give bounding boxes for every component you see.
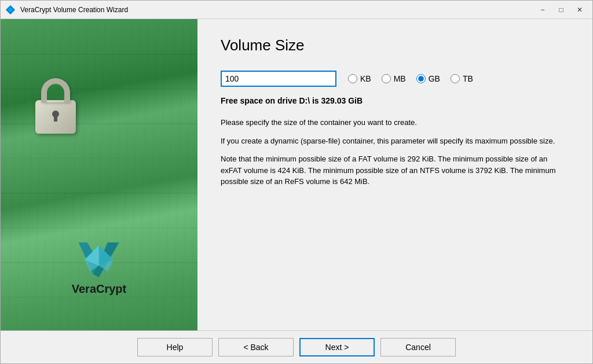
lock-keyhole [52, 111, 59, 117]
unit-kb-radio[interactable] [348, 74, 357, 83]
size-input[interactable] [221, 71, 336, 87]
help-button[interactable]: Help [137, 338, 213, 356]
cancel-button[interactable]: Cancel [380, 338, 456, 356]
close-button[interactable]: ✕ [572, 3, 588, 16]
vc-logo-icon [76, 240, 122, 280]
right-panel: Volume Size KB MB GB [197, 19, 592, 330]
lock-shackle [41, 78, 70, 102]
veracrypt-name: VeraCrypt [72, 282, 127, 295]
lock-body [35, 100, 76, 134]
unit-kb-label: KB [360, 74, 371, 83]
unit-radio-group: KB MB GB TB [348, 74, 473, 83]
description-2: If you create a dynamic (sparse-file) co… [221, 135, 569, 147]
unit-gb-label: GB [429, 74, 440, 83]
lock-image [35, 100, 76, 134]
app-icon [5, 5, 16, 15]
unit-tb-label: TB [463, 74, 473, 83]
page-title: Volume Size [221, 36, 569, 54]
unit-mb-label: MB [394, 74, 406, 83]
description-1: Please specify the size of the container… [221, 117, 569, 128]
unit-gb-radio[interactable] [416, 74, 426, 83]
size-input-row: KB MB GB TB [221, 71, 569, 87]
titlebar: VeraCrypt Volume Creation Wizard − □ ✕ [1, 1, 592, 19]
unit-tb-radio[interactable] [451, 74, 460, 83]
footer: Help < Back Next > Cancel [1, 330, 592, 363]
unit-kb-option[interactable]: KB [348, 74, 371, 83]
window-title: VeraCrypt Volume Creation Wizard [20, 6, 535, 14]
description-3: Note that the minimum possible size of a… [221, 153, 569, 187]
back-button[interactable]: < Back [218, 338, 294, 356]
unit-gb-option[interactable]: GB [416, 74, 440, 83]
window-controls: − □ ✕ [535, 3, 588, 16]
content-area: VeraCrypt Volume Size KB MB [1, 19, 592, 330]
next-button[interactable]: Next > [299, 338, 375, 356]
maximize-button[interactable]: □ [553, 3, 569, 16]
left-panel: VeraCrypt [1, 19, 197, 330]
free-space-info: Free space on drive D:\ is 329.03 GiB [221, 96, 569, 105]
minimize-button[interactable]: − [535, 3, 551, 16]
application-window: VeraCrypt Volume Creation Wizard − □ ✕ [0, 0, 593, 364]
unit-mb-option[interactable]: MB [382, 74, 406, 83]
unit-tb-option[interactable]: TB [451, 74, 473, 83]
unit-mb-radio[interactable] [382, 74, 391, 83]
veracrypt-logo: VeraCrypt [72, 240, 127, 296]
